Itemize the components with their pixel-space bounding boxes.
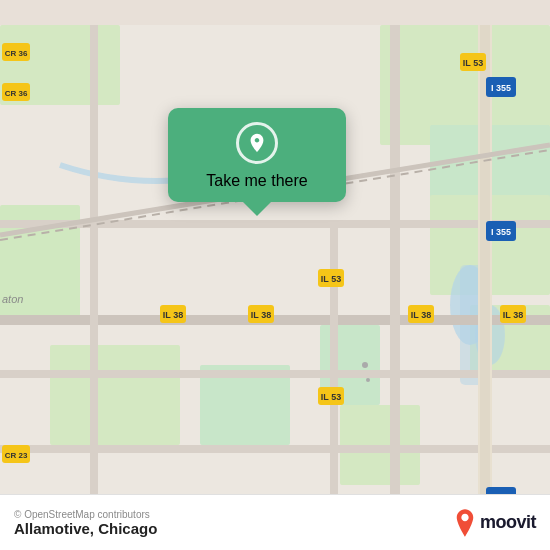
svg-point-52 bbox=[366, 378, 370, 382]
svg-text:I 355: I 355 bbox=[491, 83, 511, 93]
svg-text:IL 38: IL 38 bbox=[411, 310, 431, 320]
svg-text:aton: aton bbox=[2, 293, 23, 305]
moovit-logo: moovit bbox=[454, 509, 536, 537]
bottom-left-info: © OpenStreetMap contributors Allamotive,… bbox=[14, 509, 157, 537]
svg-rect-21 bbox=[90, 25, 98, 525]
map-background: IL 53 IL 53 IL 38 IL 38 IL 38 IL 38 CR 3… bbox=[0, 0, 550, 550]
svg-text:IL 53: IL 53 bbox=[463, 58, 483, 68]
location-name: Allamotive, Chicago bbox=[14, 520, 157, 537]
svg-rect-18 bbox=[390, 25, 400, 525]
map-attribution: © OpenStreetMap contributors bbox=[14, 509, 157, 520]
svg-rect-16 bbox=[0, 370, 550, 378]
location-pin-icon bbox=[236, 122, 278, 164]
svg-text:I 355: I 355 bbox=[491, 227, 511, 237]
svg-text:IL 38: IL 38 bbox=[251, 310, 271, 320]
svg-rect-15 bbox=[0, 315, 550, 325]
svg-text:IL 38: IL 38 bbox=[163, 310, 183, 320]
svg-rect-17 bbox=[0, 445, 550, 453]
moovit-wordmark: moovit bbox=[480, 512, 536, 533]
location-tooltip[interactable]: Take me there bbox=[168, 108, 346, 202]
moovit-pin-icon bbox=[454, 509, 476, 537]
svg-text:CR 23: CR 23 bbox=[5, 451, 28, 460]
take-me-there-button[interactable]: Take me there bbox=[206, 172, 307, 190]
bottom-bar: © OpenStreetMap contributors Allamotive,… bbox=[0, 494, 550, 550]
svg-text:CR 36: CR 36 bbox=[5, 49, 28, 58]
svg-rect-5 bbox=[50, 345, 180, 445]
map-container: IL 53 IL 53 IL 38 IL 38 IL 38 IL 38 CR 3… bbox=[0, 0, 550, 550]
svg-point-51 bbox=[362, 362, 368, 368]
svg-text:IL 53: IL 53 bbox=[321, 392, 341, 402]
svg-text:IL 53: IL 53 bbox=[321, 274, 341, 284]
svg-text:CR 36: CR 36 bbox=[5, 89, 28, 98]
svg-rect-23 bbox=[480, 25, 490, 525]
svg-text:IL 38: IL 38 bbox=[503, 310, 523, 320]
